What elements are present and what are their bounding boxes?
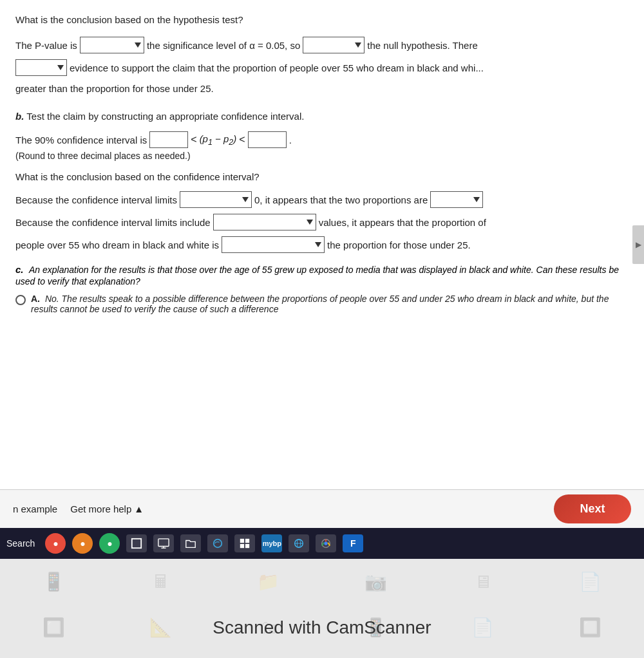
taskbar-hp-btn[interactable]: mybp bbox=[261, 534, 282, 552]
right-arrow[interactable]: ▶ bbox=[632, 225, 644, 264]
ci-proportions-dropdown[interactable]: equal not equal bbox=[430, 191, 483, 208]
pvalue-prefix: The P-value is bbox=[15, 37, 77, 54]
pvalue-comparison-dropdown[interactable]: less than greater than equal to bbox=[80, 37, 144, 53]
taskbar-globe-btn[interactable] bbox=[289, 534, 309, 552]
pvalue-suffix: the null hypothesis. There bbox=[367, 37, 478, 54]
ci-conclusion-line3: people over 55 who dream in black and wh… bbox=[15, 236, 629, 254]
ci-line1-suffix: 0, it appears that the two proportions a… bbox=[254, 191, 428, 209]
option-a-label: A. bbox=[31, 294, 40, 304]
taskbar-f-btn[interactable]: F bbox=[343, 534, 363, 552]
evidence-row: is is not evidence to support the claim … bbox=[15, 59, 629, 77]
option-a-row: A. No. The results speak to a possible d… bbox=[15, 294, 629, 314]
confidence-interval-row: The 90% confidence interval is < (p1 − p… bbox=[15, 131, 629, 148]
pvalue-middle-text: the significance level of α = 0.05, so bbox=[147, 37, 300, 54]
example-text: n example bbox=[13, 503, 57, 514]
taskbar-chrome-btn[interactable] bbox=[316, 534, 336, 552]
taskbar-dot-green[interactable]: ● bbox=[99, 533, 120, 554]
taskbar-dot-orange[interactable]: ● bbox=[72, 533, 93, 554]
ci-expression: (p1 − p2) bbox=[200, 133, 237, 147]
ci-less-than-1: < bbox=[191, 134, 196, 146]
main-content: What is the conclusion based on the hypo… bbox=[0, 0, 644, 489]
section-b-label: b. bbox=[15, 108, 24, 125]
ci-values-dropdown[interactable]: only positive only negative positive and… bbox=[213, 214, 316, 230]
taskbar-window-btn[interactable] bbox=[126, 534, 147, 552]
svg-rect-8 bbox=[245, 544, 249, 548]
option-a-radio[interactable] bbox=[15, 295, 26, 305]
taskbar-monitor-btn[interactable] bbox=[153, 534, 174, 552]
option-a-text: No. The results speak to a possible diff… bbox=[31, 294, 609, 314]
ci-lower-input[interactable] bbox=[149, 131, 188, 148]
ci-conclusion-line1: Because the confidence interval limits i… bbox=[15, 191, 629, 209]
ci-line2-suffix: values, it appears that the proportion o… bbox=[319, 214, 486, 231]
taskbar-edge-btn[interactable] bbox=[207, 534, 228, 552]
hypothesis-conclusion-question: What is the conclusion based on the hypo… bbox=[15, 13, 629, 28]
svg-rect-7 bbox=[240, 544, 244, 548]
ci-label: The 90% confidence interval is bbox=[15, 135, 147, 146]
next-button[interactable]: Next bbox=[554, 494, 631, 523]
taskbar-folder-btn[interactable] bbox=[180, 534, 201, 552]
ci-upper-input[interactable] bbox=[248, 131, 287, 148]
greater-than-text: greater than the proportion for those un… bbox=[15, 82, 629, 97]
section-b-header: b. Test the claim by constructing an app… bbox=[15, 108, 629, 125]
svg-rect-0 bbox=[132, 539, 141, 548]
section-b-text: Test the claim by constructing an approp… bbox=[26, 108, 304, 125]
svg-rect-1 bbox=[158, 539, 169, 547]
taskbar-search-label: Search bbox=[6, 538, 35, 549]
camscanner-area: 📱 🖩 📁 📷 🖥 📄 🔲 📐 🗂 📱 📄 🔲 📁 🔲 📐 🖩 📷 📄 Scan… bbox=[0, 559, 644, 658]
option-a-content: A. No. The results speak to a possible d… bbox=[31, 294, 629, 314]
reject-hypothesis-dropdown[interactable]: reject fail to reject bbox=[303, 37, 365, 53]
ci-conclusion-question: What is the conclusion based on the conf… bbox=[15, 170, 629, 185]
svg-rect-5 bbox=[240, 539, 244, 543]
svg-rect-6 bbox=[245, 539, 249, 543]
evidence-text: evidence to support the claim that the p… bbox=[70, 59, 484, 77]
ci-comparison-dropdown[interactable]: greater than less than equal to bbox=[222, 236, 325, 253]
help-arrow-icon: ▲ bbox=[134, 503, 144, 514]
section-c-text: An explanation for the results is that t… bbox=[15, 265, 619, 287]
taskbar: Search ● ● ● mybp bbox=[0, 528, 644, 559]
ci-line1-prefix: Because the confidence interval limits bbox=[15, 191, 177, 209]
section-c-block: c. An explanation for the results is tha… bbox=[15, 264, 629, 287]
ci-period: . bbox=[289, 135, 292, 146]
bottom-left: n example Get more help ▲ bbox=[13, 503, 144, 514]
ci-include-dropdown[interactable]: include do not include bbox=[180, 191, 252, 208]
ci-line3-prefix: people over 55 who dream in black and wh… bbox=[15, 236, 219, 254]
pvalue-row: The P-value is less than greater than eq… bbox=[15, 37, 629, 54]
svg-point-13 bbox=[325, 541, 328, 545]
round-note: (Round to three decimal places as needed… bbox=[15, 151, 629, 161]
ci-line2-prefix: Because the confidence interval limits i… bbox=[15, 214, 211, 231]
bottom-bar: n example Get more help ▲ Next bbox=[0, 489, 644, 528]
section-c-label: c. bbox=[15, 264, 24, 275]
get-more-help-link[interactable]: Get more help ▲ bbox=[70, 503, 144, 514]
camscanner-label: Scanned with CamScanner bbox=[213, 617, 431, 638]
ci-conclusion-line2: Because the confidence interval limits i… bbox=[15, 214, 629, 231]
ci-line3-suffix: the proportion for those under 25. bbox=[327, 236, 471, 254]
evidence-dropdown[interactable]: is is not bbox=[15, 59, 67, 76]
taskbar-dot-red[interactable]: ● bbox=[45, 533, 66, 554]
ci-less-than-2: < bbox=[239, 134, 245, 146]
taskbar-grid-btn[interactable] bbox=[234, 534, 255, 552]
watermark-grid: 📱 🖩 📁 📷 🖥 📄 🔲 📐 🗂 📱 📄 🔲 📁 🔲 📐 🖩 📷 📄 bbox=[0, 559, 644, 658]
